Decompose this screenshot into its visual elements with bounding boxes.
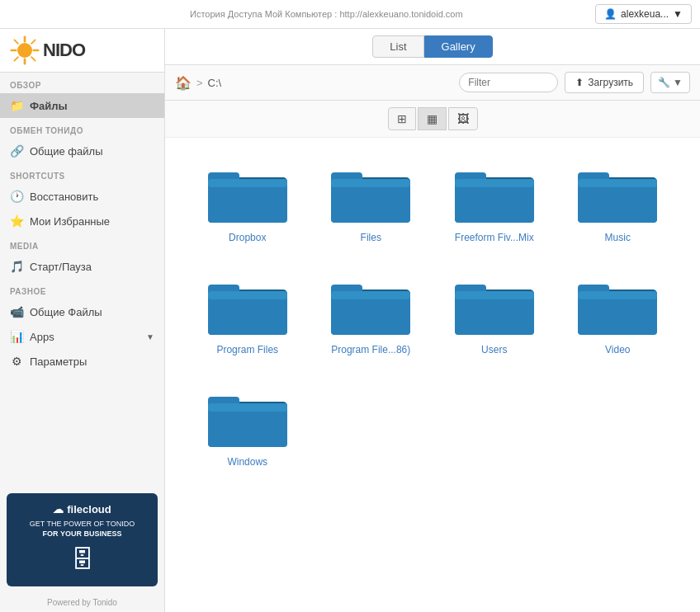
video-icon: 📹 bbox=[10, 305, 23, 318]
folder-name: Freeform Fiv...Mix bbox=[455, 232, 534, 243]
folder-icon-graphic bbox=[329, 273, 412, 339]
folder-name: Program Files bbox=[216, 344, 278, 355]
tab-gallery[interactable]: Gallery bbox=[424, 35, 493, 58]
ad-cloud-icon: ☁ bbox=[53, 503, 64, 515]
svg-rect-28 bbox=[208, 291, 287, 299]
powered-by: Powered by Tonido bbox=[0, 593, 164, 612]
clock-icon: 🕐 bbox=[10, 190, 23, 203]
sidebar-settings-label: Параметры bbox=[30, 355, 87, 368]
star-icon: ⭐ bbox=[10, 214, 23, 228]
svg-rect-32 bbox=[331, 291, 410, 299]
upload-button[interactable]: ⬆ Загрузить bbox=[565, 72, 644, 93]
svg-rect-12 bbox=[208, 179, 287, 187]
folder-icon-graphic bbox=[576, 273, 659, 339]
tab-list[interactable]: List bbox=[372, 35, 423, 58]
folder-item[interactable]: Users bbox=[437, 266, 552, 362]
folder-item[interactable]: Video bbox=[560, 266, 676, 362]
sidebar-section-obzor: ОБЗОР bbox=[0, 73, 164, 93]
view-toggle: ⊞ ▦ 🖼 bbox=[165, 101, 700, 138]
sidebar-item-restore[interactable]: 🕐 Восстановить bbox=[0, 184, 164, 209]
svg-line-8 bbox=[14, 57, 18, 61]
folder-name: Files bbox=[361, 232, 381, 243]
folder-name: Windows bbox=[227, 456, 267, 468]
folder-item[interactable]: Dropbox bbox=[190, 154, 305, 250]
folder-item[interactable]: Program Files bbox=[190, 266, 305, 362]
folder-name: Users bbox=[481, 344, 507, 355]
apps-icon: 📊 bbox=[10, 330, 23, 343]
tab-bar: List Gallery bbox=[165, 29, 700, 65]
svg-rect-44 bbox=[208, 403, 287, 412]
sidebar-item-apps[interactable]: 📊 Apps ▼ bbox=[0, 324, 164, 349]
sidebar-item-shared[interactable]: 🔗 Общие файлы bbox=[0, 139, 164, 163]
sidebar-section-shortcuts: SHORTCUTS bbox=[0, 163, 164, 184]
folder-item[interactable]: Program File...86) bbox=[314, 266, 429, 362]
sidebar-shared-label: Общие файлы bbox=[30, 145, 102, 158]
sidebar-section-media: MEDIA bbox=[0, 233, 164, 254]
ad-logo-text: filecloud bbox=[67, 503, 111, 515]
svg-rect-36 bbox=[455, 291, 534, 299]
folder-item[interactable]: Windows bbox=[190, 379, 305, 474]
sidebar-item-shared2[interactable]: 📹 Общие Файлы bbox=[0, 299, 164, 324]
view-tiles-button[interactable]: ▦ bbox=[418, 107, 447, 130]
sidebar-item-media[interactable]: 🎵 Старт/Пауза bbox=[0, 254, 164, 279]
folder-name: Video bbox=[605, 344, 630, 355]
filter-input[interactable] bbox=[459, 73, 558, 92]
grid-icon: ⊞ bbox=[397, 112, 407, 125]
folder-icon-graphic bbox=[576, 161, 659, 227]
dropdown-arrow-icon: ▼ bbox=[673, 8, 683, 20]
folder-item[interactable]: Music bbox=[560, 154, 676, 250]
tiles-icon: ▦ bbox=[427, 112, 438, 125]
svg-rect-40 bbox=[578, 291, 657, 299]
user-menu[interactable]: 👤 alexkeua... ▼ bbox=[595, 4, 692, 24]
svg-rect-16 bbox=[331, 179, 410, 187]
image-icon: 🖼 bbox=[457, 112, 469, 125]
sidebar-shared2-label: Общие Файлы bbox=[30, 306, 102, 318]
view-grid-button[interactable]: ⊞ bbox=[388, 107, 416, 130]
home-icon[interactable]: 🏠 bbox=[175, 75, 192, 91]
sidebar-section-raznoe: РАЗНОЕ bbox=[0, 279, 164, 299]
folder-name: Program File...86) bbox=[331, 344, 410, 355]
ad-banner[interactable]: ☁ filecloud GET THE POWER OF TONIDO FOR … bbox=[7, 493, 158, 586]
folder-name: Music bbox=[605, 232, 631, 243]
svg-rect-24 bbox=[578, 179, 657, 187]
music-icon: 🎵 bbox=[10, 260, 23, 273]
svg-rect-20 bbox=[455, 179, 534, 187]
username: alexkeua... bbox=[621, 8, 669, 20]
svg-line-5 bbox=[14, 40, 18, 44]
folder-icon-graphic bbox=[453, 273, 536, 339]
view-image-button[interactable]: 🖼 bbox=[448, 107, 478, 130]
folder-icon-graphic bbox=[206, 161, 289, 227]
share-icon: 🔗 bbox=[10, 144, 23, 158]
logo-text: NIDO bbox=[43, 40, 85, 61]
upload-icon: ⬆ bbox=[575, 77, 584, 88]
logo: NIDO bbox=[0, 29, 164, 73]
top-nav-links: История Доступа Мой Компьютер : http://a… bbox=[8, 9, 463, 19]
user-icon: 👤 bbox=[604, 8, 617, 20]
tools-dropdown-icon: ▼ bbox=[673, 77, 683, 88]
sidebar-apps-label: Apps bbox=[30, 331, 54, 343]
breadcrumb-separator: > bbox=[196, 77, 203, 89]
svg-point-0 bbox=[17, 43, 32, 58]
folder-icon-graphic bbox=[453, 161, 536, 227]
folder-item[interactable]: Freeform Fiv...Mix bbox=[437, 154, 552, 250]
folder-icon-graphic bbox=[329, 161, 412, 227]
sidebar-files-label: Файлы bbox=[30, 100, 68, 112]
folder-icon: 📁 bbox=[10, 99, 23, 112]
folder-icon-graphic bbox=[206, 385, 289, 451]
breadcrumb: 🏠 > C:\ bbox=[175, 75, 452, 91]
sidebar-favorites-label: Мои Избранные bbox=[30, 215, 110, 228]
breadcrumb-path: C:\ bbox=[208, 77, 222, 89]
sidebar-item-settings[interactable]: ⚙ Параметры bbox=[0, 349, 164, 374]
sidebar-section-exchange: ОБМЕН ТОНИДО bbox=[0, 118, 164, 139]
ad-text: GET THE POWER OF TONIDO FOR YOUR BUSINES… bbox=[17, 519, 148, 539]
tools-button[interactable]: 🔧 ▼ bbox=[650, 72, 690, 93]
sidebar-restore-label: Восстановить bbox=[30, 191, 98, 203]
ad-image-icon: 🗄 bbox=[17, 546, 148, 573]
apps-arrow-icon: ▼ bbox=[146, 332, 154, 341]
sidebar-item-files[interactable]: 📁 Файлы bbox=[0, 93, 164, 118]
folder-item[interactable]: Files bbox=[314, 154, 429, 250]
wrench-icon: 🔧 bbox=[658, 77, 670, 88]
folder-icon-graphic bbox=[206, 273, 289, 339]
sidebar-item-favorites[interactable]: ⭐ Мои Избранные bbox=[0, 209, 164, 233]
gallery-grid: Dropbox Files bbox=[165, 138, 700, 612]
